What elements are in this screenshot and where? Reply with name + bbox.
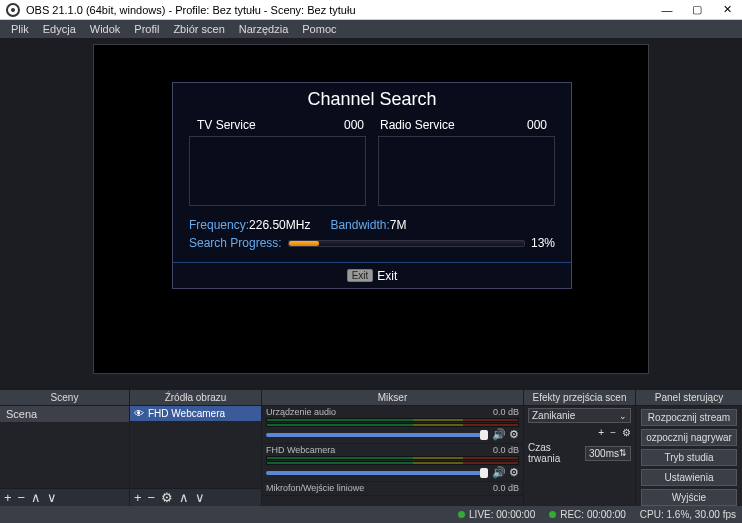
scenes-panel: Sceny Scena + − ∧ ∨ <box>0 390 130 506</box>
channel-search-title: Channel Search <box>173 83 571 118</box>
close-button[interactable]: ✕ <box>712 0 742 19</box>
tv-service-label: TV Service <box>197 118 256 132</box>
menubar: Plik Edycja Widok Profil Zbiór scen Narz… <box>0 20 742 38</box>
controls-panel: Panel sterujący Rozpocznij stream ozpocz… <box>636 390 742 506</box>
sources-list[interactable]: 👁 FHD Webcamera + − ⚙ ∧ ∨ <box>130 406 261 506</box>
down-icon[interactable]: ∨ <box>195 490 205 505</box>
menu-widok[interactable]: Widok <box>83 23 128 35</box>
gear-icon[interactable]: ⚙ <box>509 466 519 479</box>
mixer-meter <box>266 461 519 465</box>
settings-button[interactable]: Ustawienia <box>641 469 737 486</box>
eye-icon[interactable]: 👁 <box>134 408 144 419</box>
up-icon[interactable]: ∧ <box>179 490 189 505</box>
status-cpu: CPU: 1.6%, 30.00 fps <box>640 509 736 520</box>
transitions-title: Efekty przejścia scen <box>524 390 635 406</box>
spinner-icon: ⇅ <box>619 448 627 458</box>
plus-icon[interactable]: + <box>598 427 604 438</box>
mixer-ch-name: Mikrofon/Wejście liniowe <box>266 483 364 493</box>
transition-select[interactable]: Zanikanie⌄ <box>528 408 631 423</box>
mixer-meter <box>266 418 519 422</box>
transitions-panel: Efekty przejścia scen Zanikanie⌄ + − ⚙ C… <box>524 390 636 506</box>
progress-bar <box>288 240 525 247</box>
menu-plik[interactable]: Plik <box>4 23 36 35</box>
minus-icon[interactable]: − <box>610 427 616 438</box>
progress-fill <box>289 241 320 246</box>
gear-icon[interactable]: ⚙ <box>509 428 519 441</box>
maximize-button[interactable]: ▢ <box>682 0 712 19</box>
preview-canvas[interactable]: Channel Search TV Service 000 Radio Serv… <box>93 44 649 374</box>
status-live: LIVE: 00:00:00 <box>458 509 535 520</box>
sources-toolbar: + − ⚙ ∧ ∨ <box>130 488 261 506</box>
bandwidth-label: Bandwidth: <box>330 218 389 232</box>
plus-icon[interactable]: + <box>134 490 142 505</box>
menu-pomoc[interactable]: Pomoc <box>295 23 343 35</box>
plus-icon[interactable]: + <box>4 490 12 505</box>
mixer-channel: Urządzenie audio0.0 dB 🔊⚙ <box>262 406 523 444</box>
minus-icon[interactable]: − <box>18 490 26 505</box>
radio-service-count: 000 <box>527 118 547 132</box>
transitions-body: Zanikanie⌄ + − ⚙ Czas trwania 300ms⇅ <box>524 406 635 506</box>
service-counts-row: TV Service 000 Radio Service 000 <box>173 118 571 136</box>
controls-title: Panel sterujący <box>636 390 742 406</box>
scenes-toolbar: + − ∧ ∨ <box>0 488 129 506</box>
progress-row: Search Progress: 13% <box>173 234 571 258</box>
tv-service-count: 000 <box>344 118 364 132</box>
up-icon[interactable]: ∧ <box>31 490 41 505</box>
mixer-title: Mikser <box>262 390 523 406</box>
mixer-ch-name: Urządzenie audio <box>266 407 336 417</box>
sources-panel: Źródła obrazu 👁 FHD Webcamera + − ⚙ ∧ ∨ <box>130 390 262 506</box>
menu-narzedzia[interactable]: Narzędzia <box>232 23 296 35</box>
controls-body: Rozpocznij stream ozpocznij nagrywar Try… <box>636 406 742 506</box>
chevron-down-icon: ⌄ <box>619 411 627 421</box>
mixer-ch-level: 0.0 dB <box>493 407 519 417</box>
mixer-body: Urządzenie audio0.0 dB 🔊⚙ FHD Webcamera0… <box>262 406 523 506</box>
mixer-ch-name: FHD Webcamera <box>266 445 335 455</box>
exit-button[interactable]: Exit Exit <box>347 269 398 283</box>
volume-slider[interactable] <box>266 471 488 475</box>
frequency-value: 226.50MHz <box>249 218 310 232</box>
minimize-button[interactable]: — <box>652 0 682 19</box>
status-bar: LIVE: 00:00:00 REC: 00:00:00 CPU: 1.6%, … <box>0 506 742 523</box>
source-item[interactable]: 👁 FHD Webcamera <box>130 406 261 421</box>
mixer-panel: Mikser Urządzenie audio0.0 dB 🔊⚙ FHD Web… <box>262 390 524 506</box>
panels: Sceny Scena + − ∧ ∨ Źródła obrazu 👁 FHD … <box>0 390 742 506</box>
scenes-title: Sceny <box>0 390 129 406</box>
duration-input[interactable]: 300ms⇅ <box>585 446 631 461</box>
down-icon[interactable]: ∨ <box>47 490 57 505</box>
gear-icon[interactable]: ⚙ <box>161 490 173 505</box>
source-name: FHD Webcamera <box>148 408 225 419</box>
service-list-row <box>173 136 571 216</box>
mixer-channel: Mikrofon/Wejście liniowe0.0 dB <box>262 482 523 496</box>
exit-button[interactable]: Wyjście <box>641 489 737 506</box>
menu-zbior-scen[interactable]: Zbiór scen <box>166 23 231 35</box>
mixer-ch-level: 0.0 dB <box>493 483 519 493</box>
bandwidth-value: 7M <box>390 218 407 232</box>
gear-icon[interactable]: ⚙ <box>622 427 631 438</box>
menu-profil[interactable]: Profil <box>127 23 166 35</box>
radio-service-list <box>378 136 555 206</box>
mixer-ch-level: 0.0 dB <box>493 445 519 455</box>
exit-key-badge: Exit <box>347 269 374 282</box>
duration-label: Czas trwania <box>528 442 582 464</box>
start-stream-button[interactable]: Rozpocznij stream <box>641 409 737 426</box>
exit-label: Exit <box>377 269 397 283</box>
scenes-list[interactable]: Scena + − ∧ ∨ <box>0 406 129 506</box>
studio-mode-button[interactable]: Tryb studia <box>641 449 737 466</box>
scene-item[interactable]: Scena <box>0 406 129 422</box>
tv-service-list <box>189 136 366 206</box>
start-record-button[interactable]: ozpocznij nagrywar <box>641 429 737 446</box>
titlebar: OBS 21.1.0 (64bit, windows) - Profile: B… <box>0 0 742 20</box>
volume-slider[interactable] <box>266 433 488 437</box>
app-icon <box>6 3 20 17</box>
speaker-icon[interactable]: 🔊 <box>492 466 506 479</box>
frequency-row: Frequency:226.50MHz Bandwidth:7M <box>173 216 571 234</box>
rec-dot-icon <box>549 511 556 518</box>
progress-label: Search Progress: <box>189 236 282 250</box>
status-rec: REC: 00:00:00 <box>549 509 626 520</box>
live-dot-icon <box>458 511 465 518</box>
channel-search-dialog: Channel Search TV Service 000 Radio Serv… <box>172 82 572 289</box>
minus-icon[interactable]: − <box>148 490 156 505</box>
exit-row: Exit Exit <box>173 263 571 288</box>
menu-edycja[interactable]: Edycja <box>36 23 83 35</box>
speaker-icon[interactable]: 🔊 <box>492 428 506 441</box>
